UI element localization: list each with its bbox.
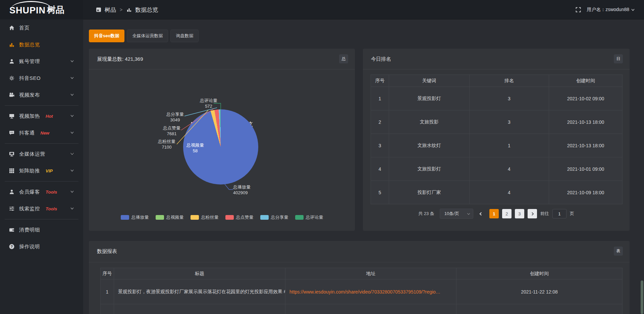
sidebar-item-doukewtong[interactable]: 抖客通 New <box>0 124 83 141</box>
sidebar-item-label: 抖客通 <box>19 130 35 136</box>
table-row[interactable]: 4文旅投影灯42021-10-01 09:00 <box>371 157 623 181</box>
sidebar: 首页 数据总览 账号管理 抖音SEO 视频发布 视频加热 Hot <box>0 19 83 314</box>
tab-douyin-seo-data[interactable]: 抖音seo数据 <box>89 30 124 42</box>
video-title-cell: 景观投影灯，夜游景观投影灯厂家展示展示落花灯在花园里的灯光投影应用效果 # <box>114 279 285 304</box>
sidebar-item-account[interactable]: 账号管理 <box>0 53 83 70</box>
page: SHUPIN 树品 树品 > 数据总览 用户名：zswodun88 <box>0 0 644 314</box>
legend-item[interactable]: 总评论量 <box>295 214 323 220</box>
breadcrumb-current: 数据总览 <box>135 6 158 14</box>
topbar-right: 用户名：zswodun88 <box>575 0 635 19</box>
chart-legend: 总播放量 总视频量 总粉丝量 总点赞量 总分享量 总评论量 <box>89 214 355 220</box>
table-row[interactable] <box>101 304 623 314</box>
fullscreen-icon[interactable] <box>575 7 581 13</box>
sidebar-item-video-publish[interactable]: 视频发布 <box>0 87 83 103</box>
user-icon <box>9 58 15 64</box>
sidebar-item-label: 矩阵助推 <box>19 168 40 174</box>
sidebar-divider <box>5 143 78 144</box>
breadcrumb-root[interactable]: 树品 <box>105 6 116 14</box>
report-panel-header: 数据报表 表 <box>89 241 630 262</box>
chevron-down-icon <box>70 94 74 96</box>
svg-text:?: ? <box>11 245 13 249</box>
pagination-total: 共 23 条 <box>418 211 434 217</box>
sidebar-item-label: 视频发布 <box>19 92 40 98</box>
pie-label-plays: 总播放量402909 <box>233 184 273 196</box>
next-page-button[interactable] <box>528 209 537 218</box>
legend-item[interactable]: 总播放量 <box>121 214 149 220</box>
question-circle-icon: ? <box>9 244 15 250</box>
sidebar-item-label: 抖音SEO <box>19 75 41 82</box>
pie-label-shares: 总分享量3049 <box>160 111 190 123</box>
sidebar-divider <box>5 181 78 181</box>
legend-item[interactable]: 总分享量 <box>260 214 288 220</box>
report-panel: 数据报表 表 序号 标题 地址 创建时间 1 景观投影灯，夜游景观投影灯厂家展示… <box>89 241 630 314</box>
table-row[interactable]: 3文旅水纹灯12021-10-13 18:00 <box>371 134 623 157</box>
sidebar-item-label: 数据总览 <box>19 42 40 48</box>
gear-icon <box>9 75 15 81</box>
monitor-icon <box>9 151 15 157</box>
user-menu[interactable]: 用户名：zswodun88 <box>587 7 635 13</box>
chevron-down-icon <box>70 132 74 134</box>
chevron-down-icon <box>70 153 74 155</box>
pagination: 共 23 条 10条/页 1 2 3 前往 页 <box>363 209 630 219</box>
page-button-2[interactable]: 2 <box>502 209 512 218</box>
ranking-panel: 今日排名 日 序号 关键词 排名 创建时间 1景观投影灯32021-10-02 … <box>363 49 630 231</box>
data-tabs: 抖音seo数据 全媒体运营数据 询盘数据 <box>89 30 199 42</box>
page-button-1[interactable]: 1 <box>489 209 499 218</box>
legend-item[interactable]: 总视频量 <box>156 214 184 220</box>
pie-label-likes: 总点赞量7681 <box>157 125 187 137</box>
chevron-down-icon <box>467 212 470 214</box>
prev-page-button[interactable] <box>477 209 486 218</box>
table-header-row: 序号 标题 地址 创建时间 <box>101 268 623 279</box>
table-header-row: 序号 关键词 排名 创建时间 <box>371 75 623 87</box>
sidebar-item-matrix-boost[interactable]: 矩阵助推 VIP <box>0 162 83 179</box>
sidebar-item-help[interactable]: ? 操作说明 <box>0 238 83 255</box>
table-row[interactable]: 5投影灯厂家42021-10-09 18:00 <box>371 181 623 204</box>
legend-item[interactable]: 总粉丝量 <box>191 214 219 220</box>
sidebar-divider <box>5 105 78 106</box>
table-row[interactable]: 1 景观投影灯，夜游景观投影灯厂家展示展示落花灯在花园里的灯光投影应用效果 # … <box>101 279 623 304</box>
scrollbar-thumb[interactable] <box>641 280 643 314</box>
vip-tag: VIP <box>46 168 53 173</box>
wallet-icon <box>9 227 15 233</box>
page-button-3[interactable]: 3 <box>515 209 524 218</box>
hot-tag: Hot <box>46 114 53 119</box>
sidebar-item-label: 消费明细 <box>19 227 40 233</box>
sidebar-item-member-blast[interactable]: 会员爆客 Tools <box>0 184 83 200</box>
table-badge[interactable]: 表 <box>614 247 623 256</box>
sidebar-item-label: 账号管理 <box>19 58 40 65</box>
scrollbar[interactable] <box>641 19 643 314</box>
sidebar-item-data-overview[interactable]: 数据总览 <box>0 36 83 53</box>
sidebar-item-label: 操作说明 <box>19 244 40 250</box>
video-url-link[interactable]: https://www.iesdouyin.com/share/video/70… <box>289 289 440 295</box>
report-table: 序号 标题 地址 创建时间 1 景观投影灯，夜游景观投影灯厂家展示展示落花灯在花… <box>100 268 623 314</box>
day-badge[interactable]: 日 <box>614 54 623 63</box>
table-row[interactable]: 1景观投影灯32021-10-02 09:00 <box>371 87 623 110</box>
chevron-down-icon <box>70 207 74 210</box>
page-size-select[interactable]: 10条/页 <box>440 209 473 219</box>
table-row[interactable]: 2文旅投影32021-10-13 18:00 <box>371 110 623 134</box>
tab-omnimedia-data[interactable]: 全媒体运营数据 <box>127 30 168 42</box>
main-content: 抖音seo数据 全媒体运营数据 询盘数据 展现量总数: 421,369 总 D音… <box>83 19 644 314</box>
tab-inquiry-data[interactable]: 询盘数据 <box>170 30 199 42</box>
sidebar-item-home[interactable]: 首页 <box>0 19 83 36</box>
total-badge[interactable]: 总 <box>339 54 348 63</box>
chevron-down-icon <box>70 169 74 172</box>
overview-panel: 展现量总数: 421,369 总 D音SEO数据量总览 总评论量572 总分享量… <box>89 49 355 231</box>
goto-page-input[interactable] <box>552 209 567 218</box>
sidebar-item-video-heat[interactable]: 视频加热 Hot <box>0 108 83 124</box>
screen-icon <box>9 113 15 119</box>
sidebar-item-consumption[interactable]: 消费明细 <box>0 221 83 238</box>
app-square-icon <box>96 7 102 13</box>
tools-tag: Tools <box>46 190 57 195</box>
sidebar-item-lead-monitor[interactable]: 线索监控 Tools <box>0 200 83 217</box>
sidebar-item-omnimedia[interactable]: 全媒体运营 <box>0 146 83 162</box>
sidebar-item-label: 全媒体运营 <box>19 151 45 157</box>
home-icon <box>9 25 15 31</box>
sidebar-item-douyin-seo[interactable]: 抖音SEO <box>0 70 83 87</box>
legend-item[interactable]: 总点赞量 <box>225 214 254 220</box>
report-title: 数据报表 <box>97 248 117 255</box>
goto-suffix: 页 <box>570 211 574 217</box>
grid-icon <box>9 168 15 174</box>
user-icon <box>9 189 15 195</box>
logo-arc <box>11 1 51 8</box>
